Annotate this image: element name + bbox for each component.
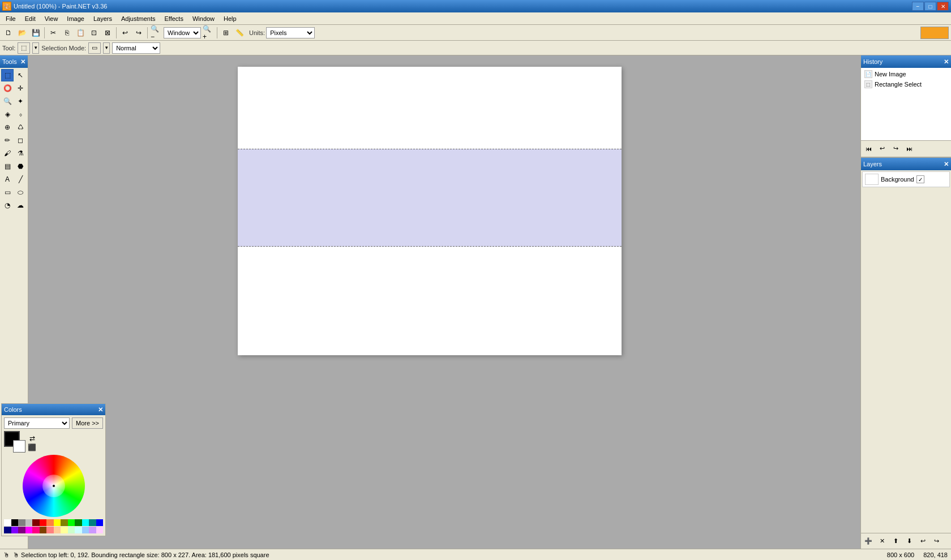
menu-window[interactable]: Window (188, 14, 219, 23)
menu-effects[interactable]: Effects (160, 14, 188, 23)
palette-color-gray[interactable] (18, 519, 25, 526)
palette-color-peach[interactable] (54, 527, 61, 533)
menu-layers[interactable]: Layers (89, 14, 117, 23)
layer-visibility-check[interactable]: ✓ (916, 175, 924, 183)
new-file-button[interactable]: 🗋 (2, 27, 15, 39)
zoom-dropdown[interactable]: Window 100% 50% 200% (164, 27, 201, 38)
layers-add-button[interactable]: ➕ (862, 536, 875, 547)
tool-lasso[interactable]: ⭕ (1, 82, 14, 94)
tool-dropdown-arrow[interactable]: ▼ (32, 42, 39, 54)
units-dropdown[interactable]: Pixels Inches Centimeters (266, 27, 315, 38)
history-redo-button[interactable]: ↪ (889, 143, 902, 154)
color-wheel[interactable] (23, 455, 85, 517)
tool-move-selection[interactable]: ✛ (14, 82, 27, 94)
history-panel-close[interactable]: ✕ (944, 58, 949, 66)
palette-color-lightgreen[interactable] (68, 527, 75, 533)
palette-color-maroon[interactable] (32, 519, 40, 526)
palette-color-blue[interactable] (96, 519, 104, 526)
tools-panel-close[interactable]: ✕ (20, 58, 25, 66)
colors-panel-close[interactable]: ✕ (98, 406, 103, 413)
tool-ellipse[interactable]: ⬭ (14, 186, 27, 199)
history-item-rectangle-select[interactable]: ⬚ Rectangle Select (862, 79, 950, 89)
tool-paintbrush[interactable]: 🖌 (1, 147, 14, 160)
reset-colors-icon[interactable]: ⬛ (28, 443, 36, 451)
layers-move-down-button[interactable]: ⬇ (903, 536, 915, 547)
swap-colors-icon[interactable]: ⇄ (29, 434, 35, 442)
grid-button[interactable]: ⊞ (220, 27, 232, 39)
tool-paint-bucket[interactable]: ◈ (1, 108, 14, 120)
palette-color-navy[interactable] (4, 527, 11, 533)
palette-color-orange[interactable] (46, 519, 54, 526)
redo-button[interactable]: ↪ (132, 27, 145, 39)
close-button[interactable]: ✕ (937, 2, 949, 11)
paste-button[interactable]: 📋 (74, 27, 87, 39)
cut-button[interactable]: ✂ (47, 27, 59, 39)
tool-line[interactable]: ╱ (14, 173, 27, 186)
copy-button[interactable]: ⎘ (61, 27, 73, 39)
selection-mode-dropdown-arrow[interactable]: ▼ (103, 42, 110, 54)
tool-color-eraser[interactable]: ⚗ (14, 147, 27, 160)
selection-mode-icon[interactable]: ▭ (88, 42, 101, 54)
canvas-area[interactable] (28, 55, 860, 549)
history-undo-button[interactable]: ↩ (876, 143, 888, 154)
palette-color-lightcyan[interactable] (75, 527, 82, 533)
history-last-button[interactable]: ⏭ (903, 143, 915, 154)
tool-cloud[interactable]: ☁ (14, 199, 27, 212)
menu-image[interactable]: Image (62, 14, 89, 23)
maximize-button[interactable]: □ (924, 2, 936, 11)
history-first-button[interactable]: ⏮ (862, 143, 875, 154)
layers-properties-button[interactable]: ↩ (916, 536, 929, 547)
deselect-button[interactable]: ⊠ (101, 27, 114, 39)
layers-delete-button[interactable]: ✕ (876, 536, 888, 547)
palette-color-violet[interactable] (11, 527, 19, 533)
menu-file[interactable]: File (1, 14, 20, 23)
crop-button[interactable]: ⊡ (88, 27, 100, 39)
tool-magic-wand[interactable]: ✦ (14, 95, 27, 107)
layers-merge-button[interactable]: ↪ (930, 536, 943, 547)
menu-edit[interactable]: Edit (20, 14, 40, 23)
normal-dropdown[interactable]: Normal Add (Union) Subtract Intersect In… (112, 42, 160, 54)
tool-clone-stamp[interactable]: ⊕ (1, 121, 14, 133)
layers-panel-close[interactable]: ✕ (944, 161, 949, 168)
open-file-button[interactable]: 📂 (16, 27, 28, 39)
tool-gradient[interactable]: ▤ (1, 160, 14, 173)
palette-color-teal[interactable] (89, 519, 96, 526)
save-file-button[interactable]: 💾 (29, 27, 42, 39)
palette-color-olive[interactable] (61, 519, 68, 526)
palette-color-salmon[interactable] (46, 527, 54, 533)
palette-color-purple[interactable] (18, 527, 25, 533)
palette-color-hotpink[interactable] (32, 527, 40, 533)
tool-color-picker[interactable]: ⬨ (14, 108, 27, 120)
minimize-button[interactable]: − (912, 2, 924, 11)
palette-color-silver[interactable] (25, 519, 33, 526)
palette-color-lightblue[interactable] (82, 527, 89, 533)
colors-more-button[interactable]: More >> (72, 417, 103, 429)
tool-zoom[interactable]: 🔍 (1, 95, 14, 107)
canvas[interactable] (238, 67, 622, 355)
tool-text[interactable]: A (1, 173, 14, 186)
rulers-button[interactable]: 📏 (233, 27, 246, 39)
palette-color-yellow[interactable] (54, 519, 61, 526)
zoom-out-button[interactable]: 🔍− (150, 27, 162, 39)
colors-mode-dropdown[interactable]: Primary Secondary (4, 417, 70, 429)
palette-color-magenta[interactable] (25, 527, 33, 533)
palette-color-white[interactable] (4, 519, 11, 526)
tool-move[interactable]: ↖ (14, 69, 27, 81)
undo-button[interactable]: ↩ (119, 27, 131, 39)
tool-rectangle-select[interactable]: ⬚ (1, 69, 14, 81)
tool-icon[interactable]: ⬚ (18, 42, 30, 54)
tool-eraser[interactable]: ◻ (14, 134, 27, 147)
palette-color-black[interactable] (11, 519, 19, 526)
palette-color-green[interactable] (75, 519, 82, 526)
secondary-color-swatch[interactable] (13, 440, 25, 453)
menu-adjustments[interactable]: Adjustments (117, 14, 160, 23)
tool-shapes[interactable]: ▭ (1, 186, 14, 199)
history-item-new-image[interactable]: 📄 New Image (862, 69, 950, 79)
palette-color-lavender[interactable] (89, 527, 96, 533)
zoom-in-button[interactable]: 🔍+ (202, 27, 215, 39)
layer-item-background[interactable]: Background ✓ (862, 171, 950, 187)
palette-color-lightyellow[interactable] (61, 527, 68, 533)
tool-pencil[interactable]: ✏ (1, 134, 14, 147)
layers-move-up-button[interactable]: ⬆ (889, 536, 902, 547)
palette-color-lightpink[interactable] (96, 527, 104, 533)
